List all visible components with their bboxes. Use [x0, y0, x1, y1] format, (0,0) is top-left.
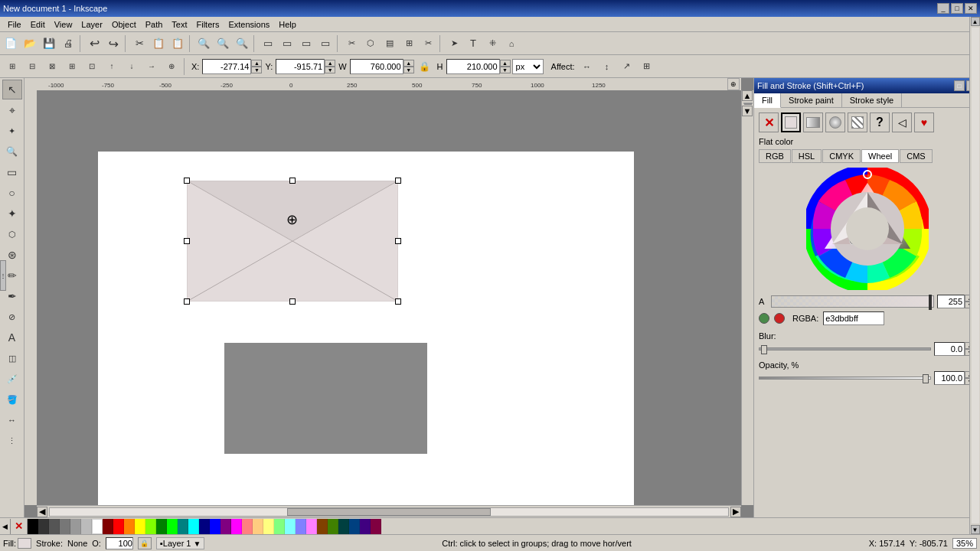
y-up[interactable]: ▲ [325, 60, 335, 67]
h-down[interactable]: ▼ [500, 67, 511, 73]
swatch-lime[interactable] [145, 519, 156, 534]
node-tool[interactable]: ⌖ [2, 100, 22, 120]
x-up[interactable]: ▲ [251, 60, 262, 67]
canvas-area[interactable]: -1000 -750 -500 -250 0 250 500 750 1000 … [24, 78, 753, 517]
swatch-dark-gray[interactable] [38, 519, 49, 534]
fill-swatch[interactable] [18, 538, 31, 549]
tab-stroke-style[interactable]: Stroke style [842, 93, 902, 107]
3d-box-tool[interactable]: ⬡ [2, 224, 22, 244]
gradient-tool[interactable]: ◫ [2, 348, 22, 368]
hscroll-left[interactable]: ◀ [37, 507, 47, 517]
panel-scrollbar[interactable]: ▲ ▼ [969, 17, 980, 534]
eyedropper-tool[interactable]: 💉 [2, 369, 22, 389]
spray-btn[interactable]: ⁜ [483, 34, 501, 53]
vscroll-track[interactable] [743, 103, 753, 104]
paste-button[interactable]: 📋 [168, 34, 187, 53]
rect-tool[interactable]: ▭ [2, 162, 22, 182]
y-down[interactable]: ▼ [325, 67, 335, 73]
swatch-dark-blue[interactable] [349, 519, 360, 534]
save-button[interactable]: 💾 [40, 34, 58, 53]
close-button[interactable]: ✕ [965, 3, 977, 14]
zoom-tool[interactable]: 🔍 [2, 142, 22, 161]
swatch-light-green[interactable] [274, 519, 285, 534]
text-tool[interactable]: A [2, 328, 22, 347]
vscroll-thumb[interactable] [744, 103, 752, 105]
new-button[interactable]: 📄 [2, 34, 20, 53]
w-down[interactable]: ▼ [403, 67, 414, 73]
panel-scroll-down[interactable]: ▼ [971, 525, 980, 534]
layer-selector[interactable]: ▪Layer 1 ▼ [156, 537, 205, 549]
snap-btn2[interactable]: ⊟ [23, 57, 41, 76]
connector-tool[interactable]: ↔ [2, 410, 22, 430]
blur-slider[interactable] [759, 347, 931, 350]
menu-filters[interactable]: Filters [192, 18, 224, 31]
swatch-cream[interactable] [263, 519, 274, 534]
align-center-button[interactable]: ▭ [278, 34, 296, 53]
tab-rgb[interactable]: RGB [759, 149, 791, 163]
fill-btn[interactable]: ⌂ [502, 34, 521, 53]
x-input[interactable] [202, 59, 251, 74]
color-circle-green[interactable] [759, 313, 769, 324]
hscroll-track[interactable] [49, 507, 729, 517]
tab-hsl[interactable]: HSL [792, 149, 822, 163]
opacity-input-sb[interactable] [106, 537, 133, 549]
paint-bucket-tool[interactable]: 🪣 [2, 390, 22, 409]
swatch-maroon-pink[interactable] [371, 519, 381, 534]
swatch-indigo[interactable] [360, 519, 371, 534]
tweak-tool[interactable]: ✦ [2, 121, 22, 141]
hscrollbar[interactable]: ◀ ▶ [37, 505, 741, 517]
rgba-input[interactable] [823, 311, 884, 325]
canvas-inner[interactable]: ⊕ [37, 90, 741, 505]
h-up[interactable]: ▲ [500, 60, 511, 67]
marker-end-btn[interactable]: ♥ [914, 112, 934, 132]
menu-edit[interactable]: Edit [26, 18, 50, 31]
swatch-blue[interactable] [210, 519, 220, 534]
alpha-handle[interactable] [929, 295, 932, 310]
tab-cms[interactable]: CMS [900, 149, 932, 163]
swatch-green[interactable] [156, 519, 167, 534]
menu-path[interactable]: Path [141, 18, 168, 31]
color-radial-btn[interactable] [825, 112, 845, 132]
swatch-white[interactable] [92, 519, 103, 534]
swatch-dark-red[interactable] [103, 519, 113, 534]
envelope-selected[interactable]: ⊕ [187, 181, 398, 302]
swatch-light-blue[interactable] [296, 519, 306, 534]
swatch-black[interactable] [28, 519, 38, 534]
color-unknown-btn[interactable]: ? [870, 112, 890, 132]
hscroll-right[interactable]: ▶ [730, 507, 741, 517]
undo-button[interactable]: ↩ [85, 34, 103, 53]
color-pattern-btn[interactable] [848, 112, 867, 132]
ungroup-button[interactable]: ▤ [381, 34, 399, 53]
group-button[interactable]: ⬡ [361, 34, 380, 53]
minimize-button[interactable]: _ [937, 3, 949, 14]
swatch-pink[interactable] [242, 519, 253, 534]
redo-button[interactable]: ↩ [104, 34, 122, 53]
align-left-button[interactable]: ▭ [259, 34, 277, 53]
calligraphy-tool[interactable]: ⊘ [2, 307, 22, 327]
color-none-btn[interactable]: ✕ [759, 112, 779, 132]
transform-button[interactable]: ⊞ [400, 34, 418, 53]
x-down[interactable]: ▼ [251, 67, 262, 73]
snap-btn8[interactable]: → [142, 57, 161, 76]
affect-btn1[interactable]: ↔ [578, 57, 596, 76]
xml-button[interactable]: ✂ [419, 34, 437, 53]
affect-btn2[interactable]: ↕ [598, 57, 616, 76]
snap-btn5[interactable]: ⊡ [83, 57, 101, 76]
cut-button[interactable]: ✂ [130, 34, 149, 53]
palette-none-swatch[interactable]: ✕ [11, 519, 28, 534]
y-input[interactable] [276, 59, 325, 74]
align-top-button[interactable]: ▭ [316, 34, 335, 53]
units-select[interactable]: pxmmcmin [512, 59, 544, 74]
panel-scroll-up[interactable]: ▲ [971, 17, 980, 26]
affect-btn3[interactable]: ↗ [618, 57, 636, 76]
selector-tool[interactable]: ↖ [2, 80, 22, 99]
swatch-yellow[interactable] [135, 519, 145, 534]
color-circle-red[interactable] [774, 313, 785, 324]
vscroll-up[interactable]: ▲ [742, 90, 753, 101]
opacity-slider[interactable] [759, 377, 931, 380]
menu-layer[interactable]: Layer [77, 18, 107, 31]
menu-help[interactable]: Help [274, 18, 301, 31]
snap-btn3[interactable]: ⊠ [43, 57, 61, 76]
menu-extensions[interactable]: Extensions [224, 18, 274, 31]
zoom-indicator[interactable]: ⊕ [727, 78, 740, 90]
